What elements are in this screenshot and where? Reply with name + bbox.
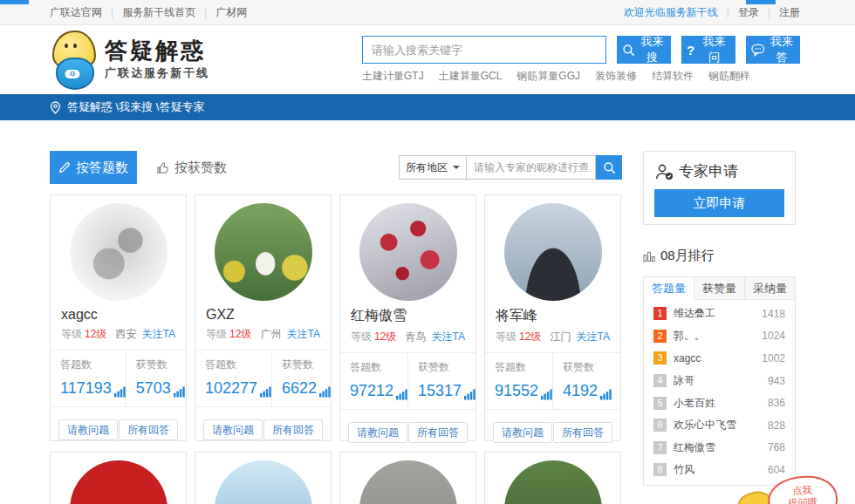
expert-avatar[interactable] [70,203,168,301]
level-value: 12级 [374,330,396,344]
expert-cards-row: xagcc 等级 12级 西安 关注TA 答题数 117193 获赞数 [50,194,622,441]
logo[interactable]: G 答疑解惑 广联达服务新干线 [48,31,209,90]
sidebar: 专家申请 立即申请 08月排行 答题量 获赞量 采纳量 1 维达叠工 1418 [643,151,796,486]
apply-title: 专家申请 [679,161,738,181]
level-label: 等级 [496,330,516,344]
ask-question-button[interactable]: 请教问题 [203,419,263,440]
tab-like-volume[interactable]: 获赞量 [694,277,744,300]
rank-badge: 5 [653,397,667,410]
tab-by-answer-count[interactable]: 按答题数 [50,151,137,184]
topbar-left-links: 广联达官网 | 服务新干线首页 | 广材网 [50,5,247,20]
apply-now-button[interactable]: 立即申请 [654,189,784,217]
rank-badge: 8 [653,463,667,476]
level-value: 12级 [519,330,541,344]
ask-me-bubble[interactable]: 点我 提问哦 [767,475,838,504]
expert-search-button[interactable] [596,155,622,180]
separator: | [768,6,770,18]
rank-user[interactable]: 詠哥 [674,373,768,388]
all-answers-button[interactable]: 所有回答 [408,422,468,443]
hot-link-settlement[interactable]: 结算软件 [652,69,694,84]
rank-badge: 1 [653,307,667,320]
expert-avatar[interactable] [504,203,602,301]
rank-value: 1002 [762,352,785,364]
all-answers-button[interactable]: 所有回答 [553,422,612,443]
all-answers-button[interactable]: 所有回答 [119,419,178,440]
bar-chart-icon [319,386,331,398]
tab-by-like-count[interactable]: 按获赞数 [149,151,234,184]
likes-count: 5703 [136,379,171,398]
ask-button[interactable]: ? 我来问 [681,36,735,64]
ranking-tabs: 答题量 获赞量 采纳量 [644,277,795,300]
rank-value: 1024 [762,330,785,342]
link-service-home[interactable]: 服务新干线首页 [122,5,195,20]
rank-user[interactable]: 维达叠工 [674,306,762,321]
rank-user[interactable]: 欢乐心中飞雪 [674,418,768,432]
filter-row: 按答题数 按获赞数 所有地区 [50,151,622,184]
region-select[interactable]: 所有地区 [399,155,467,180]
all-answers-button[interactable]: 所有回答 [263,419,323,440]
hot-link-decoration[interactable]: 装饰装修 [595,69,637,84]
follow-link[interactable]: 关注TA [142,327,175,342]
welcome-link[interactable]: 欢迎光临服务新干线 [624,5,718,20]
expert-card: xagcc 等级 12级 西安 关注TA 答题数 117193 获赞数 [50,194,187,441]
filter-right: 所有地区 [399,155,622,180]
follow-link[interactable]: 关注TA [287,327,320,342]
answer-button[interactable]: 我来答 [746,36,800,64]
expert-nickname-input[interactable] [467,155,596,180]
expert-meta: 等级 12级 江门 关注TA [496,330,610,344]
search-button[interactable]: 我来搜 [617,36,671,64]
rank-user[interactable]: 郭。。 [674,329,762,344]
likes-stat: 获赞数 5703 [126,351,186,406]
bar-chart-icon [260,386,271,398]
expert-avatar[interactable] [215,203,312,301]
tab-adopt-volume[interactable]: 采纳量 [744,277,795,300]
follow-link[interactable]: 关注TA [577,330,610,344]
rank-user[interactable]: xagcc [674,352,762,364]
login-link[interactable]: 登录 [738,5,759,20]
expert-card [50,452,187,504]
rank-value: 828 [768,419,785,432]
topbar-right-links: 欢迎光临服务新干线 | 登录 | 注册 [624,5,800,20]
question-icon: ? [687,44,694,57]
hot-link-rebar[interactable]: 钢筋翻样 [708,69,750,84]
expert-avatar[interactable] [359,460,457,504]
hot-link-gtj[interactable]: 土建计量GTJ [362,69,424,84]
rank-user[interactable]: 红梅傲雪 [674,440,768,455]
rank-user[interactable]: 小老百姓 [674,396,768,411]
expert-avatar[interactable] [359,203,457,301]
expert-name[interactable]: 红梅傲雪 [351,307,465,325]
expert-meta: 等级 12级 青岛 关注TA [351,330,465,344]
tab-answer-volume[interactable]: 答题量 [644,277,694,300]
answers-count: 91552 [495,382,538,400]
breadcrumb[interactable]: 答疑解惑 \我来搜 \答疑专家 [67,99,204,115]
ranking-rows: 1 维达叠工 1418 2 郭。。 1024 3 xagcc 1002 4 詠哥 [644,300,795,485]
hot-link-gcl[interactable]: 土建算量GCL [439,69,503,84]
rank-value: 836 [768,397,785,409]
separator: | [111,6,113,18]
expert-name[interactable]: GXZ [206,307,320,323]
separator: | [727,6,729,18]
hot-link-ggj[interactable]: 钢筋算量GGJ [516,69,580,84]
register-link[interactable]: 注册 [779,5,800,20]
expert-stats: 答题数 91552 获赞数 4192 [485,352,620,410]
expert-name[interactable]: 将军峰 [496,307,610,325]
follow-link[interactable]: 关注TA [432,330,465,344]
ask-question-button[interactable]: 请教问题 [493,422,552,443]
expert-avatar[interactable] [70,460,168,504]
keyword-search-input[interactable] [362,36,606,64]
expert-avatar[interactable] [504,460,602,504]
ask-question-button[interactable]: 请教问题 [58,419,118,440]
ask-question-button[interactable]: 请教问题 [348,422,407,443]
link-gcw[interactable]: 广材网 [215,5,247,20]
expert-avatar[interactable] [215,460,312,504]
ranking-row: 7 红梅傲雪 768 [644,437,795,460]
bar-chart-icon [600,389,612,400]
answers-stat: 答题数 97212 [340,353,407,409]
speech-bubble-icon [751,44,765,57]
ranking-row: 4 詠哥 943 [644,370,795,392]
floating-ask-widget: 点我 提问哦 [733,466,838,504]
ranking-row: 1 维达叠工 1418 [644,303,795,325]
expert-name[interactable]: xagcc [61,307,175,323]
link-glodon-site[interactable]: 广联达官网 [50,5,102,20]
header: G 答疑解惑 广联达服务新干线 我来搜 ? 我来问 [0,25,855,94]
